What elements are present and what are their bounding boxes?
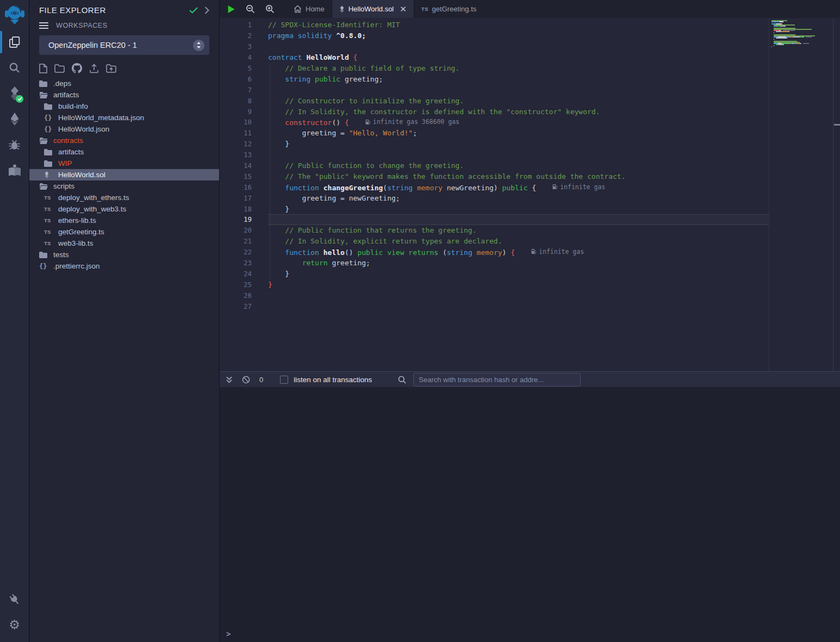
search-icon[interactable] — [0, 55, 29, 80]
close-tab-icon[interactable]: ✕ — [400, 5, 407, 13]
minimap[interactable] — [771, 20, 819, 49]
tree-item-tests[interactable]: tests — [29, 249, 219, 260]
code-line-21[interactable]: 21 // In Solidity, explicit return types… — [220, 236, 840, 247]
chevron-right-icon[interactable] — [204, 7, 209, 14]
line-number[interactable]: 2 — [220, 32, 252, 40]
clear-console-icon[interactable] — [242, 376, 250, 384]
code-line-7[interactable]: 7 — [220, 84, 840, 95]
line-number[interactable]: 21 — [220, 237, 252, 245]
line-number[interactable]: 16 — [220, 183, 252, 191]
plugin-manager-icon[interactable] — [0, 587, 29, 612]
line-number[interactable]: 1 — [220, 21, 252, 29]
tree-item-build-info[interactable]: build-info — [29, 101, 219, 112]
line-number[interactable]: 10 — [220, 118, 252, 126]
line-number[interactable]: 18 — [220, 205, 252, 213]
deploy-and-run-icon[interactable] — [0, 106, 29, 132]
line-number[interactable]: 11 — [220, 129, 252, 137]
zoom-in-icon[interactable] — [265, 4, 275, 14]
code-line-22[interactable]: 22 function hello() public view returns … — [220, 247, 840, 258]
line-number[interactable]: 13 — [220, 151, 252, 159]
code-line-14[interactable]: 14 // Public function to change the gree… — [220, 160, 840, 171]
line-number[interactable]: 19 — [220, 215, 252, 223]
file-explorer-icon[interactable] — [0, 29, 29, 55]
tree-item-artifacts[interactable]: artifacts — [29, 146, 219, 158]
collapse-terminal-icon[interactable] — [226, 376, 233, 383]
tree-item-artifacts[interactable]: artifacts — [29, 89, 219, 101]
zoom-out-icon[interactable] — [246, 4, 255, 14]
line-number[interactable]: 25 — [220, 281, 252, 289]
code-line-13[interactable]: 13 — [220, 149, 840, 160]
line-number[interactable]: 26 — [220, 291, 252, 300]
code-line-1[interactable]: 1// SPDX-License-Identifier: MIT — [220, 20, 840, 30]
line-number[interactable]: 20 — [220, 226, 252, 234]
new-file-icon[interactable] — [39, 64, 47, 73]
tree-item-getGreeting.ts[interactable]: TSgetGreeting.ts — [29, 226, 219, 238]
line-number[interactable]: 8 — [220, 97, 252, 105]
tree-item-HelloWorld_metadata.json[interactable]: {}HelloWorld_metadata.json — [29, 112, 219, 123]
line-number[interactable]: 23 — [220, 259, 252, 267]
line-number[interactable]: 5 — [220, 64, 252, 72]
tree-item-ethers-lib.ts[interactable]: TSethers-lib.ts — [29, 215, 219, 226]
code-line-25[interactable]: 25} — [220, 279, 840, 290]
tree-item-WIP[interactable]: WIP — [29, 158, 219, 169]
line-number[interactable]: 9 — [220, 108, 252, 116]
learn-book-icon[interactable] — [0, 157, 29, 183]
code-line-12[interactable]: 12 } — [220, 139, 840, 149]
tree-item-scripts[interactable]: scripts — [29, 180, 219, 192]
tree-item-HelloWorld.sol[interactable]: HelloWorld.sol — [29, 169, 219, 180]
tree-item-web3-lib.ts[interactable]: TSweb3-lib.ts — [29, 238, 219, 249]
workspaces-menu-icon[interactable] — [39, 22, 48, 29]
code-line-15[interactable]: 15 // The "public" keyword makes the fun… — [220, 171, 840, 182]
tree-item-deploy_with_web3.ts[interactable]: TSdeploy_with_web3.ts — [29, 203, 219, 215]
line-number[interactable]: 4 — [220, 53, 252, 61]
upload-file-icon[interactable] — [89, 64, 99, 73]
github-icon[interactable] — [72, 63, 82, 73]
debugger-icon[interactable] — [0, 132, 29, 157]
code-line-24[interactable]: 24 } — [220, 268, 840, 279]
code-line-6[interactable]: 6 string public greeting; — [220, 73, 840, 84]
workspace-selector[interactable]: OpenZeppelin ERC20 - 1 — [39, 35, 209, 55]
code-line-18[interactable]: 18 } — [220, 203, 840, 214]
line-number[interactable]: 24 — [220, 270, 252, 278]
line-number[interactable]: 7 — [220, 86, 252, 94]
code-line-19[interactable]: 19 — [220, 214, 840, 225]
code-editor[interactable]: 1// SPDX-License-Identifier: MIT2pragma … — [220, 18, 840, 371]
tab-helloworld-sol[interactable]: HelloWorld.sol ✕ — [332, 0, 414, 18]
code-line-9[interactable]: 9 // In Solidity, the constructor is def… — [220, 106, 840, 117]
code-line-5[interactable]: 5 // Declare a public field of type stri… — [220, 63, 840, 74]
code-line-11[interactable]: 11 greeting = "Hello, World!"; — [220, 128, 840, 139]
new-folder-icon[interactable] — [54, 64, 65, 73]
line-number[interactable]: 22 — [220, 248, 252, 256]
code-line-26[interactable]: 26 — [220, 290, 840, 301]
line-number[interactable]: 27 — [220, 302, 252, 310]
code-line-27[interactable]: 27 — [220, 301, 840, 311]
solidity-compiler-icon[interactable] — [0, 80, 29, 106]
terminal-output[interactable]: > — [220, 387, 840, 642]
workspace-switch-icon[interactable] — [193, 40, 204, 51]
transaction-search-input[interactable] — [413, 373, 581, 387]
line-number[interactable]: 12 — [220, 140, 252, 148]
tree-item-contracts[interactable]: contracts — [29, 135, 219, 146]
line-number[interactable]: 14 — [220, 161, 252, 170]
run-script-icon[interactable] — [227, 5, 235, 14]
tree-item-deploy_with_ethers.ts[interactable]: TSdeploy_with_ethers.ts — [29, 192, 219, 203]
upload-folder-icon[interactable] — [106, 64, 116, 73]
code-line-17[interactable]: 17 greeting = newGreeting; — [220, 192, 840, 203]
code-line-2[interactable]: 2pragma solidity ^0.8.0; — [220, 30, 840, 41]
line-number[interactable]: 3 — [220, 42, 252, 51]
listen-transactions-checkbox[interactable] — [280, 376, 288, 384]
code-line-20[interactable]: 20 // Public function that returns the g… — [220, 225, 840, 236]
code-line-10[interactable]: 10 constructor() {infinite gas 368600 ga… — [220, 117, 840, 128]
editor-scrollbar[interactable] — [833, 18, 840, 371]
accept-check-icon[interactable] — [189, 7, 198, 14]
tree-item-.prettierrc.json[interactable]: {}.prettierrc.json — [29, 260, 219, 272]
settings-gear-icon[interactable]: ⚙ — [0, 612, 29, 638]
tab-home[interactable]: Home — [287, 0, 332, 18]
code-line-23[interactable]: 23 return greeting; — [220, 258, 840, 269]
tab-getgreeting-ts[interactable]: TS getGreeting.ts — [414, 0, 483, 18]
remix-logo-icon[interactable] — [0, 0, 29, 29]
tree-item-HelloWorld.json[interactable]: {}HelloWorld.json — [29, 123, 219, 135]
line-number[interactable]: 15 — [220, 172, 252, 180]
code-line-8[interactable]: 8 // Constructor to initialize the greet… — [220, 95, 840, 106]
code-line-3[interactable]: 3 — [220, 41, 840, 52]
